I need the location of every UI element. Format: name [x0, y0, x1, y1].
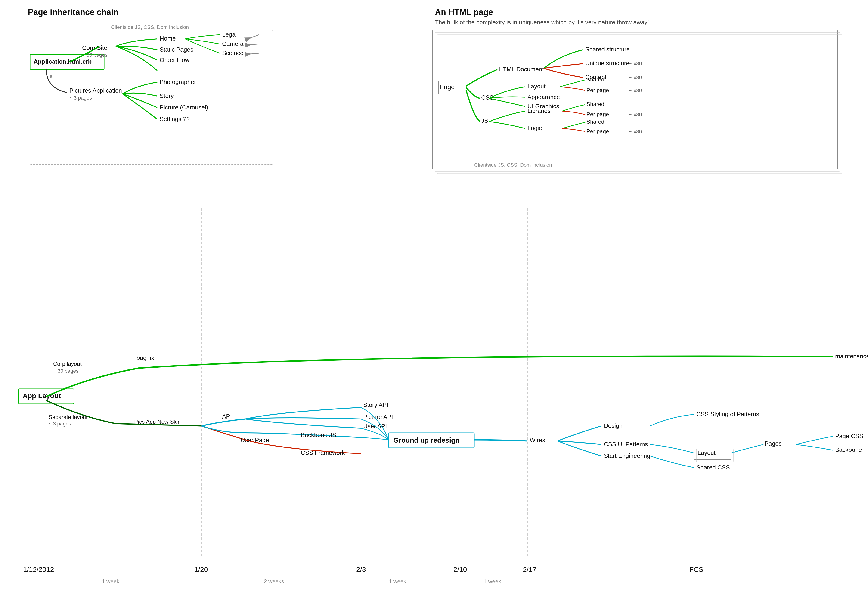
right-subtitle: The bulk of the complexity is in uniquen… — [435, 19, 649, 26]
page-css-label: Page CSS — [835, 433, 863, 439]
backbone-line2 — [796, 444, 833, 450]
picture-api-label: Picture API — [363, 413, 393, 421]
backbone-js-label: Backbone JS — [301, 431, 336, 438]
pics-picture-line — [123, 94, 157, 108]
date-1: 1/20 — [194, 566, 208, 573]
pics-new-skin-label: Pics App New Skin — [134, 419, 181, 425]
interval-1: 2 weeks — [264, 578, 284, 584]
corp-home-line — [116, 39, 157, 46]
home-label: Home — [160, 35, 176, 42]
backbone-to-ground — [361, 438, 389, 440]
design-label: Design — [604, 422, 623, 429]
pages-label: Pages — [765, 440, 782, 447]
pics-app-label: Pictures Application — [69, 87, 122, 94]
legal-label: Legal — [222, 31, 237, 38]
css-styling-line — [650, 414, 694, 426]
ellipsis-label: ... — [160, 67, 165, 74]
right-title: An HTML page — [435, 8, 493, 17]
api-label: API — [222, 413, 232, 420]
pics-photographer-line — [123, 82, 157, 94]
corp-pages-label: ~ 30 pages — [82, 52, 107, 58]
picture-label: Picture (Carousel) — [160, 104, 208, 111]
picture-api-line — [245, 418, 361, 419]
settings-label: Settings ?? — [160, 116, 190, 122]
css-ui-patterns-label: CSS UI Patterns — [604, 441, 648, 448]
app-pics-line — [46, 70, 67, 93]
photographer-label: Photographer — [160, 79, 196, 85]
wires-label: Wires — [530, 436, 545, 444]
x30-3-label: ~ x30 — [629, 88, 642, 93]
left-title: Page inheritance chain — [28, 8, 119, 17]
js-perpage-label: Per page — [586, 111, 609, 118]
start-engineering-label: Start Engineering — [604, 452, 650, 459]
story-api-label: Story API — [363, 401, 388, 408]
interval-2: 1 week — [389, 578, 407, 584]
logic-label: Logic — [527, 125, 542, 131]
libraries-label: Libraries — [527, 107, 550, 114]
logic-x30: ~ x30 — [629, 129, 642, 135]
corp-main-line — [46, 356, 833, 397]
user-api-line — [245, 419, 361, 428]
story-api-line — [245, 407, 361, 419]
page-box-label: Page — [439, 83, 455, 91]
pics-pages-label: ~ 3 pages — [69, 95, 92, 101]
logic-perpage-label: Per page — [586, 128, 609, 135]
backbone-label: Backbone — [835, 446, 862, 453]
layout-box-label: Layout — [697, 449, 716, 456]
shared-css-line — [650, 456, 694, 468]
ground-up-label: Ground up redesign — [393, 436, 460, 444]
bug-fix-label: bug fix — [137, 354, 154, 361]
x30-js-label: ~ x30 — [629, 111, 642, 118]
x30-2-label: ~ x30 — [629, 74, 642, 80]
static-pages-label: Static Pages — [160, 46, 193, 53]
back-arrow-camera — [251, 44, 259, 45]
layout-pages-line — [731, 444, 763, 453]
shared-css-label: Shared CSS — [696, 464, 730, 471]
interval-3: 1 week — [484, 578, 501, 584]
story-label: Story — [160, 92, 174, 99]
css-framework-label: CSS Framework — [301, 449, 345, 456]
date-0: 1/12/2012 — [23, 566, 54, 573]
api-branch — [201, 419, 245, 426]
corp-layout-label: Corp layout — [53, 361, 82, 367]
back-arrow-science — [251, 53, 259, 54]
pics-settings-line — [123, 94, 157, 119]
css-shared-label: Shared — [586, 76, 604, 83]
maintenance-label: maintenance — [835, 353, 868, 360]
css-ui-to-layout — [650, 444, 694, 453]
date-3: 2/10 — [453, 566, 467, 573]
css-styling-label: CSS Styling of Patterns — [696, 411, 759, 417]
page-css-line2 — [796, 436, 833, 444]
date-5: FCS — [689, 566, 703, 573]
interval-0: 1 week — [102, 578, 120, 584]
order-flow-label: Order Flow — [160, 56, 190, 63]
clientside-label-bottom: Clientside JS, CSS, Dom inclusion — [474, 162, 552, 168]
unique-structure-label: Unique structure — [585, 60, 629, 66]
camera-label: Camera — [222, 40, 244, 47]
ground-to-wires — [474, 440, 527, 441]
layout-label: Layout — [527, 83, 546, 90]
wires-engineering-line — [558, 441, 601, 456]
corp-site-label: Corp Site — [82, 44, 107, 51]
app-html-erb-label: Application.html.erb — [34, 58, 92, 65]
sep-3-label: ~ 3 pages — [49, 421, 71, 427]
corp-30-label: ~ 30 pages — [53, 368, 79, 374]
wires-design-line — [558, 426, 601, 441]
date-2: 2/3 — [356, 566, 366, 573]
science-label: Science — [222, 49, 244, 56]
x30-1-label: ~ x30 — [629, 61, 642, 66]
date-4: 2/17 — [523, 566, 536, 573]
home-legal-line — [185, 35, 220, 39]
clientside-label-top: Clientside JS, CSS, Dom inclusion — [111, 24, 189, 30]
separate-layout-label: Separate layout — [49, 414, 88, 420]
backbone-js-line — [201, 426, 361, 438]
appearance-label: Appearance — [527, 94, 560, 100]
shared-structure-label: Shared structure — [585, 46, 630, 53]
html-doc-label: HTML Document — [498, 66, 544, 73]
css-perpage-label: Per page — [586, 87, 609, 93]
corp-ellipsis-line — [116, 46, 157, 71]
js-label: JS — [481, 117, 488, 124]
js-shared-label: Shared — [586, 101, 604, 107]
back-arrow-legal — [251, 35, 259, 38]
logic-shared-label: Shared — [586, 119, 604, 125]
